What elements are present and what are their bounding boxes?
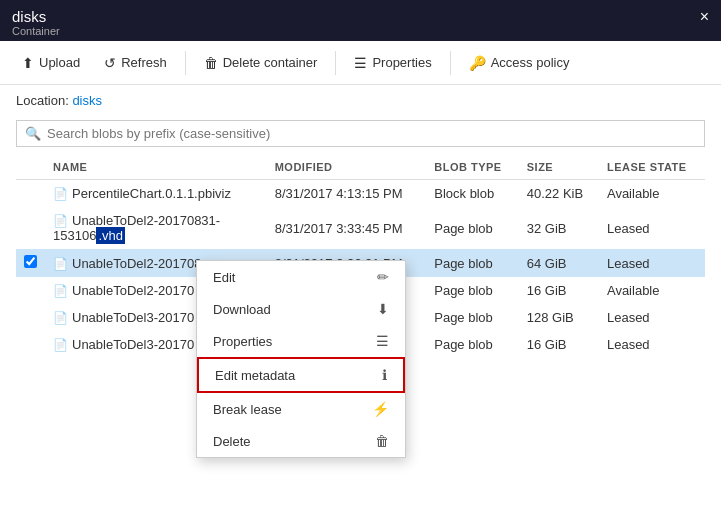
- download-icon: ⬇: [377, 301, 389, 317]
- context-menu-item-label: Edit: [213, 270, 235, 285]
- toolbar-separator-3: [450, 51, 451, 75]
- col-lease-state: LEASE STATE: [599, 155, 705, 180]
- row-leaseState-cell: Leased: [599, 249, 705, 277]
- row-blobType-cell: Block blob: [426, 180, 519, 208]
- table-row[interactable]: 📄UnableToDel2-20170831-153106.vhd8/31/20…: [16, 207, 705, 249]
- app-title: disks: [12, 8, 60, 25]
- search-bar: 🔍: [0, 116, 721, 155]
- row-size-cell: 64 GiB: [519, 249, 599, 277]
- col-blob-type: BLOB TYPE: [426, 155, 519, 180]
- context-menu-edit[interactable]: Edit✏: [197, 261, 405, 293]
- table-row[interactable]: 📄PercentileChart.0.1.1.pbiviz8/31/2017 4…: [16, 180, 705, 208]
- name-highlight: .vhd: [96, 227, 125, 244]
- row-blobType-cell: Page blob: [426, 249, 519, 277]
- row-size-cell: 128 GiB: [519, 304, 599, 331]
- break-lease-icon: ⚡: [372, 401, 389, 417]
- row-leaseState-cell: Leased: [599, 207, 705, 249]
- close-button[interactable]: ×: [700, 8, 709, 26]
- title-bar: disks Container ×: [0, 0, 721, 41]
- edit-icon: ✏: [377, 269, 389, 285]
- context-menu-delete[interactable]: Delete🗑: [197, 425, 405, 457]
- refresh-button[interactable]: ↺ Refresh: [94, 49, 177, 77]
- upload-icon: ⬆: [22, 55, 34, 71]
- row-blobType-cell: Page blob: [426, 207, 519, 249]
- col-name: NAME: [45, 155, 267, 180]
- delete-container-icon: 🗑: [204, 55, 218, 71]
- context-menu-item-label: Properties: [213, 334, 272, 349]
- row-size-cell: 32 GiB: [519, 207, 599, 249]
- properties-icon: ☰: [376, 333, 389, 349]
- access-policy-icon: 🔑: [469, 55, 486, 71]
- file-icon: 📄: [53, 187, 68, 201]
- access-policy-button[interactable]: 🔑 Access policy: [459, 49, 580, 77]
- context-menu-properties[interactable]: Properties☰: [197, 325, 405, 357]
- upload-button[interactable]: ⬆ Upload: [12, 49, 90, 77]
- file-icon: 📄: [53, 257, 68, 271]
- context-menu-edit-metadata[interactable]: Edit metadataℹ: [197, 357, 405, 393]
- toolbar-separator: [185, 51, 186, 75]
- search-icon: 🔍: [25, 126, 41, 141]
- properties-button[interactable]: ☰ Properties: [344, 49, 441, 77]
- table-header-row: NAME MODIFIED BLOB TYPE SIZE LEASE STATE: [16, 155, 705, 180]
- delete-icon: 🗑: [375, 433, 389, 449]
- toolbar: ⬆ Upload ↺ Refresh 🗑 Delete container ☰ …: [0, 41, 721, 85]
- row-modified-cell: 8/31/2017 4:13:15 PM: [267, 180, 427, 208]
- context-menu-item-label: Break lease: [213, 402, 282, 417]
- row-checkbox[interactable]: [24, 255, 37, 268]
- row-checkbox-cell: [16, 207, 45, 249]
- row-size-cell: 40.22 KiB: [519, 180, 599, 208]
- row-checkbox-cell: [16, 249, 45, 277]
- row-checkbox-cell: [16, 331, 45, 358]
- row-size-cell: 16 GiB: [519, 331, 599, 358]
- delete-container-button[interactable]: 🗑 Delete container: [194, 49, 328, 77]
- row-name-cell: 📄UnableToDel2-20170831-153106.vhd: [45, 207, 267, 249]
- file-icon: 📄: [53, 214, 68, 228]
- refresh-icon: ↺: [104, 55, 116, 71]
- location-link[interactable]: disks: [72, 93, 102, 108]
- file-icon: 📄: [53, 284, 68, 298]
- search-input-wrap: 🔍: [16, 120, 705, 147]
- row-blobType-cell: Page blob: [426, 277, 519, 304]
- row-checkbox-cell: [16, 277, 45, 304]
- context-menu: Edit✏Download⬇Properties☰Edit metadataℹB…: [196, 260, 406, 458]
- search-input[interactable]: [47, 126, 696, 141]
- row-checkbox-cell: [16, 304, 45, 331]
- edit-metadata-icon: ℹ: [382, 367, 387, 383]
- location-bar: Location: disks: [0, 85, 721, 116]
- row-leaseState-cell: Leased: [599, 331, 705, 358]
- row-size-cell: 16 GiB: [519, 277, 599, 304]
- properties-icon: ☰: [354, 55, 367, 71]
- context-menu-download[interactable]: Download⬇: [197, 293, 405, 325]
- row-checkbox-cell: [16, 180, 45, 208]
- toolbar-separator-2: [335, 51, 336, 75]
- context-menu-break-lease[interactable]: Break lease⚡: [197, 393, 405, 425]
- context-menu-item-label: Delete: [213, 434, 251, 449]
- row-leaseState-cell: Leased: [599, 304, 705, 331]
- col-size: SIZE: [519, 155, 599, 180]
- context-menu-item-label: Edit metadata: [215, 368, 295, 383]
- row-leaseState-cell: Available: [599, 180, 705, 208]
- col-checkbox: [16, 155, 45, 180]
- col-modified: MODIFIED: [267, 155, 427, 180]
- file-icon: 📄: [53, 311, 68, 325]
- file-icon: 📄: [53, 338, 68, 352]
- row-blobType-cell: Page blob: [426, 331, 519, 358]
- row-leaseState-cell: Available: [599, 277, 705, 304]
- app-subtitle: Container: [12, 25, 60, 37]
- row-modified-cell: 8/31/2017 3:33:45 PM: [267, 207, 427, 249]
- row-name-cell: 📄PercentileChart.0.1.1.pbiviz: [45, 180, 267, 208]
- context-menu-item-label: Download: [213, 302, 271, 317]
- row-blobType-cell: Page blob: [426, 304, 519, 331]
